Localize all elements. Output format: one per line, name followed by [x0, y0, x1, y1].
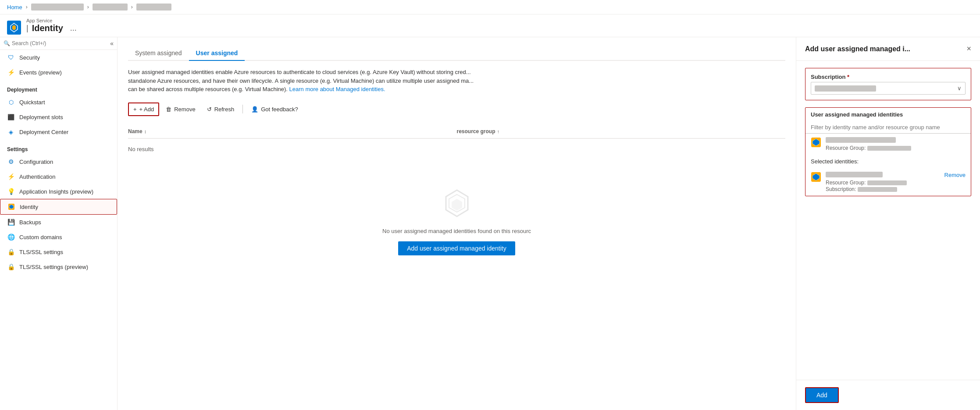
subscription-value [815, 85, 876, 92]
home-link[interactable]: Home [7, 4, 22, 11]
identity-name-block: Resource Group: [826, 137, 911, 151]
no-results-text: No results [128, 139, 785, 159]
selected-rg-label: Resource Group: [826, 180, 866, 186]
sidebar-item-center[interactable]: ◈ Deployment Center [0, 124, 117, 139]
breadcrumb-separator-3: › [131, 4, 133, 10]
learn-more-link[interactable]: Learn more about Managed identities. [289, 86, 385, 92]
sort-icon-name[interactable]: ↕ [144, 129, 147, 134]
filter-input[interactable] [805, 121, 971, 134]
add-label: + Add [139, 106, 154, 113]
sidebar-item-authentication[interactable]: ⚡ Authentication [0, 169, 117, 184]
right-panel-header: Add user assigned managed i... × [796, 37, 980, 61]
selected-identity-item: Resource Group: Subscription: Remove [805, 168, 971, 196]
sidebar-item-tls-preview[interactable]: 🔒 TLS/SSL settings (preview) [0, 259, 117, 274]
sidebar-label-backups: Backups [19, 219, 41, 226]
sort-icon-rg[interactable]: ↑ [497, 129, 500, 134]
identity-list-item[interactable]: Resource Group: [805, 134, 971, 155]
sidebar-item-backups[interactable]: 💾 Backups [0, 215, 117, 230]
feedback-icon: 👤 [251, 106, 258, 113]
selected-identity-sub-row: Subscription: [826, 186, 940, 192]
backups-icon: 💾 [7, 218, 15, 226]
remove-button[interactable]: 🗑 Remove [161, 103, 200, 116]
feedback-label: Got feedback? [261, 106, 298, 113]
selected-rg-value [867, 180, 907, 185]
sidebar-item-insights[interactable]: 💡 Application Insights (preview) [0, 184, 117, 199]
refresh-button[interactable]: ↺ Refresh [202, 103, 239, 116]
breadcrumb-item-2[interactable] [93, 4, 128, 11]
collapse-icon[interactable]: « [110, 40, 114, 47]
slots-icon: ⬛ [7, 113, 15, 121]
sidebar-label-custom-domains: Custom domains [19, 234, 62, 240]
tls-preview-icon: 🔒 [7, 263, 15, 271]
feedback-button[interactable]: 👤 Got feedback? [246, 103, 303, 116]
selected-identity-rg-row: Resource Group: [826, 179, 940, 186]
svg-marker-7 [452, 199, 462, 211]
identity-rg-value [867, 146, 911, 151]
breadcrumb-separator-1: › [26, 4, 28, 10]
breadcrumb-item-3[interactable] [136, 4, 171, 11]
col-rg-label: resource group [457, 128, 495, 134]
add-identity-button[interactable]: Add user assigned managed identity [398, 241, 515, 255]
empty-state: No user assigned managed identities foun… [128, 159, 785, 282]
col-header-name: Name ↕ [128, 128, 457, 134]
empty-state-icon [439, 186, 474, 221]
sidebar-label-events: Events (preview) [19, 69, 62, 76]
sidebar-item-slots[interactable]: ⬛ Deployment slots [0, 110, 117, 124]
more-options-button[interactable]: ... [70, 24, 77, 33]
chevron-down-icon: ∨ [957, 85, 962, 92]
toolbar-separator [242, 105, 243, 113]
page-header: App Service | Identity ... [0, 14, 980, 37]
shield-icon: 🛡 [7, 53, 15, 61]
tab-system-assigned[interactable]: System assigned [128, 46, 189, 61]
sidebar-label-identity: Identity [20, 204, 38, 210]
identities-section-header: User assigned managed identities [805, 108, 971, 121]
center-icon: ◈ [7, 128, 15, 136]
header-divider: | [26, 24, 29, 33]
remove-label: Remove [174, 106, 195, 113]
selected-identity-icon [811, 172, 821, 182]
header-info: App Service | Identity ... [26, 18, 77, 37]
description-text: User assigned managed identities enable … [128, 68, 479, 94]
lightning-icon: ⚡ [7, 68, 15, 76]
sidebar-item-security[interactable]: 🛡 Security [0, 50, 117, 65]
sidebar-label-slots: Deployment slots [19, 114, 63, 120]
identity-name-redacted [826, 137, 896, 143]
refresh-icon: ↺ [207, 106, 212, 113]
subscription-select[interactable]: ∨ [811, 82, 966, 95]
remove-selected-link[interactable]: Remove [944, 172, 966, 178]
sidebar-item-configuration[interactable]: ⚙ Configuration [0, 154, 117, 169]
sidebar-item-identity[interactable]: Identity [0, 199, 117, 215]
identity-icon [7, 203, 15, 211]
empty-state-message: No user assigned managed identities foun… [382, 228, 531, 234]
page-title: Identity [32, 23, 63, 33]
tls-icon: 🔒 [7, 248, 15, 256]
insights-icon: 💡 [7, 187, 15, 195]
right-panel-close-button[interactable]: × [966, 44, 971, 53]
right-panel: Add user assigned managed i... × Subscri… [796, 37, 980, 410]
sidebar-item-quickstart[interactable]: ⬡ Quickstart [0, 95, 117, 110]
sidebar-item-tls[interactable]: 🔒 TLS/SSL settings [0, 244, 117, 259]
sidebar-item-events[interactable]: ⚡ Events (preview) [0, 65, 117, 80]
tab-user-assigned[interactable]: User assigned [189, 46, 245, 61]
sidebar-search-row: 🔍 « [0, 37, 117, 50]
add-button[interactable]: + + Add [128, 102, 159, 116]
domains-icon: 🌐 [7, 233, 15, 241]
sidebar-item-custom-domains[interactable]: 🌐 Custom domains [0, 230, 117, 244]
sidebar-label-tls: TLS/SSL settings [19, 249, 63, 255]
tabs: System assigned User assigned [128, 46, 785, 61]
identities-section: User assigned managed identities Resourc… [805, 107, 971, 196]
sidebar-section-settings: Settings [0, 139, 117, 154]
subscription-section: Subscription * ∨ [805, 68, 971, 100]
main-layout: 🔍 « 🛡 Security ⚡ Events (preview) Deploy… [0, 37, 980, 410]
breadcrumb-separator-2: › [87, 4, 89, 10]
app-service-icon [7, 21, 21, 35]
breadcrumb-item-1[interactable] [31, 4, 84, 11]
table: Name ↕ resource group ↑ No results [128, 125, 785, 159]
search-input[interactable] [12, 40, 108, 46]
sidebar-label-tls-preview: TLS/SSL settings (preview) [19, 264, 88, 270]
refresh-label: Refresh [214, 106, 235, 113]
col-name-label: Name [128, 128, 143, 134]
panel-add-button[interactable]: Add [805, 387, 839, 403]
sidebar-section-deployment: Deployment [0, 80, 117, 95]
sidebar-label-insights: Application Insights (preview) [19, 188, 93, 195]
